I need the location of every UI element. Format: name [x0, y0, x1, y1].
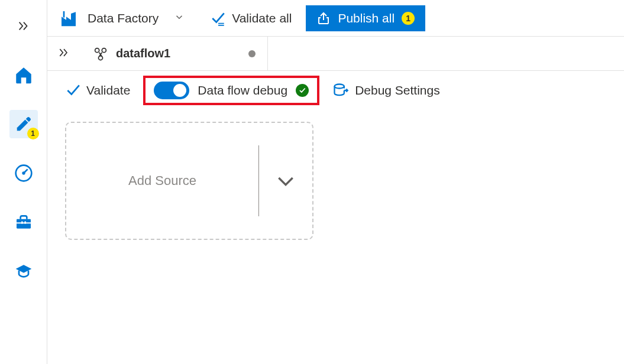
checkmark-icon: [65, 83, 80, 98]
tabs-row: dataflow1: [47, 37, 624, 71]
rail-author-button[interactable]: 1: [9, 110, 38, 138]
rail-home-button[interactable]: [9, 61, 38, 89]
svg-rect-5: [63, 11, 65, 18]
chevron-down-icon: [174, 12, 185, 22]
publish-count-badge: 1: [402, 12, 415, 25]
toolbox-icon: [14, 213, 33, 232]
graduation-cap-icon: [14, 262, 33, 281]
chevron-down-icon: [274, 169, 298, 193]
upload-icon: [316, 11, 331, 25]
tab-label: dataflow1: [116, 47, 170, 60]
validate-all-button[interactable]: Validate all: [211, 11, 292, 26]
svg-rect-3: [21, 222, 23, 224]
validate-label: Validate: [86, 83, 130, 98]
panel-collapse-toggle[interactable]: [47, 47, 80, 61]
workspace-dropdown-chevron[interactable]: [174, 11, 185, 25]
dataflow-toolbar: Validate Data flow debug Debug Settings: [47, 71, 624, 110]
workspace-name: Data Factory: [88, 11, 159, 25]
publish-all-label: Publish all: [338, 11, 395, 25]
svg-rect-2: [17, 219, 31, 229]
svg-rect-4: [24, 222, 26, 224]
rail-expand-button[interactable]: [9, 12, 38, 40]
svg-point-9: [335, 84, 344, 89]
add-source-box[interactable]: Add Source: [65, 122, 313, 240]
chevron-double-right-icon: [17, 20, 30, 32]
toggle-knob: [173, 84, 186, 97]
top-toolbar: Data Factory Validate all Publish all 1: [47, 0, 624, 37]
debug-label: Data flow debug: [198, 83, 287, 98]
svg-point-8: [99, 56, 103, 60]
validate-button[interactable]: Validate: [65, 83, 130, 98]
debug-settings-button[interactable]: Debug Settings: [332, 82, 440, 99]
tab-dataflow1[interactable]: dataflow1: [80, 37, 268, 70]
publish-all-button[interactable]: Publish all 1: [306, 5, 425, 31]
left-nav-rail: 1: [0, 0, 47, 364]
rail-monitor-button[interactable]: [9, 159, 38, 187]
svg-point-6: [95, 48, 99, 52]
database-arrow-icon: [332, 82, 349, 99]
factory-icon: [59, 9, 78, 28]
dataflow-canvas: Add Source: [47, 110, 624, 252]
debug-status-badge: [296, 84, 309, 97]
gauge-icon: [14, 164, 33, 183]
author-badge: 1: [27, 128, 39, 139]
checkmark-list-icon: [211, 11, 226, 26]
debug-settings-label: Debug Settings: [355, 83, 440, 98]
svg-point-1: [22, 171, 25, 174]
workspace-selector[interactable]: Data Factory: [59, 9, 185, 28]
dataflow-icon: [92, 46, 109, 62]
rail-manage-button[interactable]: [9, 208, 38, 236]
svg-point-7: [102, 48, 106, 52]
chevron-double-right-icon: [58, 47, 70, 58]
home-icon: [14, 65, 34, 85]
validate-all-label: Validate all: [232, 11, 292, 25]
main-area: Data Factory Validate all Publish all 1: [47, 0, 624, 364]
add-source-dropdown[interactable]: [259, 169, 312, 193]
add-source-label: Add Source: [66, 173, 258, 188]
checkmark-icon: [298, 86, 306, 95]
debug-toggle[interactable]: [154, 82, 189, 99]
dirty-indicator-icon: [248, 50, 256, 57]
debug-toggle-highlight: Data flow debug: [143, 76, 319, 105]
rail-learn-button[interactable]: [9, 257, 38, 285]
app-root: 1 Data Factory Validate all: [0, 0, 624, 364]
